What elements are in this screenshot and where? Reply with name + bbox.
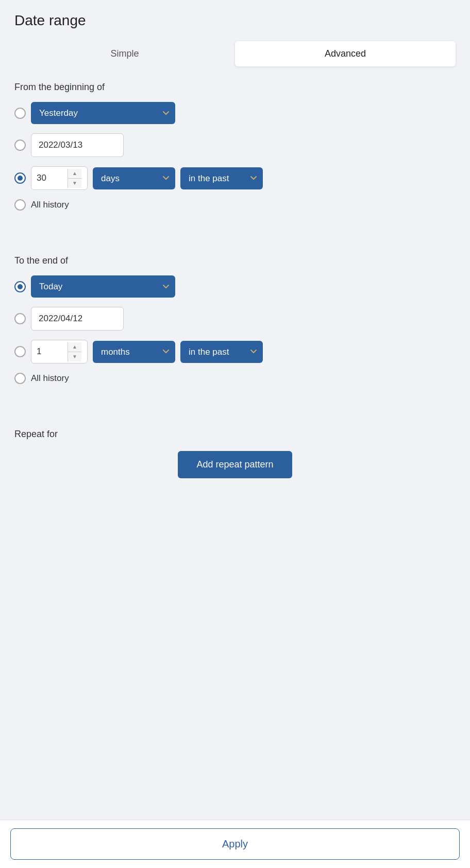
- to-period-select[interactable]: days weeks months years: [93, 341, 175, 363]
- to-dropdown-select[interactable]: Today Yesterday This week This month: [31, 275, 175, 298]
- from-option-period-row: ▲ ▼ days weeks months years in the past …: [14, 166, 456, 190]
- tab-advanced[interactable]: Advanced: [235, 41, 456, 66]
- from-direction-select[interactable]: in the past in the future: [180, 167, 263, 189]
- to-radio-date[interactable]: [14, 313, 26, 324]
- from-option-allhistory-row: All history: [14, 199, 456, 211]
- from-option-dropdown-row: Yesterday Today This week This month: [14, 102, 456, 124]
- tab-bar: Simple Advanced: [14, 41, 456, 66]
- to-section: To the end of Today Yesterday This week …: [14, 255, 456, 393]
- to-option-allhistory-row: All history: [14, 373, 456, 384]
- to-allhistory-label: All history: [31, 373, 69, 384]
- from-spinner-up[interactable]: ▲: [68, 169, 81, 179]
- from-number-input[interactable]: [31, 167, 68, 189]
- from-radio-dropdown[interactable]: [14, 108, 26, 119]
- to-number-input[interactable]: [31, 340, 68, 363]
- repeat-section-label: Repeat for: [14, 429, 456, 440]
- tab-simple[interactable]: Simple: [14, 41, 235, 66]
- apply-button-container: Apply: [0, 820, 470, 868]
- to-spinner-up[interactable]: ▲: [68, 342, 81, 352]
- to-spinners: ▲ ▼: [68, 342, 81, 361]
- add-repeat-pattern-button[interactable]: Add repeat pattern: [178, 451, 292, 478]
- from-option-date-row: [14, 133, 456, 157]
- to-option-date-row: [14, 307, 456, 331]
- from-section-label: From the beginning of: [14, 82, 456, 93]
- from-radio-date[interactable]: [14, 140, 26, 151]
- from-spinner-down[interactable]: ▼: [68, 179, 81, 188]
- to-radio-allhistory[interactable]: [14, 373, 26, 384]
- to-number-input-wrapper: ▲ ▼: [31, 340, 88, 363]
- to-radio-dropdown[interactable]: [14, 281, 26, 292]
- from-number-input-wrapper: ▲ ▼: [31, 166, 88, 190]
- to-section-label: To the end of: [14, 255, 456, 266]
- repeat-row: Add repeat pattern: [14, 451, 456, 478]
- from-radio-period[interactable]: [14, 172, 26, 184]
- from-radio-allhistory[interactable]: [14, 199, 26, 211]
- from-date-input[interactable]: [31, 133, 124, 157]
- repeat-section: Repeat for Add repeat pattern: [14, 429, 456, 478]
- to-option-period-row: ▲ ▼ days weeks months years in the past …: [14, 340, 456, 363]
- to-direction-select[interactable]: in the past in the future: [180, 341, 263, 363]
- from-dropdown-select[interactable]: Yesterday Today This week This month: [31, 102, 175, 124]
- page-title: Date range: [14, 12, 456, 29]
- to-date-input[interactable]: [31, 307, 124, 331]
- to-radio-period[interactable]: [14, 346, 26, 357]
- from-allhistory-label: All history: [31, 200, 69, 210]
- from-spinners: ▲ ▼: [68, 169, 81, 188]
- to-spinner-down[interactable]: ▼: [68, 352, 81, 361]
- apply-button[interactable]: Apply: [10, 828, 460, 860]
- from-section: From the beginning of Yesterday Today Th…: [14, 82, 456, 220]
- from-period-select[interactable]: days weeks months years: [93, 167, 175, 189]
- to-option-dropdown-row: Today Yesterday This week This month: [14, 275, 456, 298]
